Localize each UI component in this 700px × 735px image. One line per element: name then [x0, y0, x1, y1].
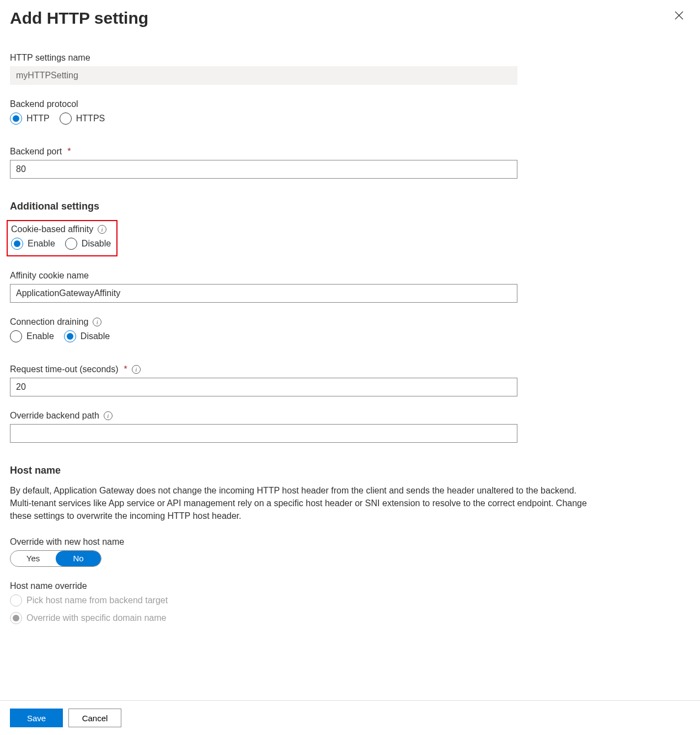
label-text: Connection draining — [10, 317, 88, 327]
backend-port-label: Backend port* — [10, 147, 634, 157]
cookie-affinity-label: Cookie-based affinity i — [11, 224, 111, 234]
radio-icon — [64, 330, 76, 342]
override-new-host-label: Override with new host name — [10, 537, 634, 547]
radio-label: HTTP — [26, 114, 50, 124]
radio-icon — [10, 594, 22, 607]
info-icon[interactable]: i — [132, 365, 141, 374]
host-override-specific-domain-radio: Override with specific domain name — [10, 612, 634, 624]
label-text: Cookie-based affinity — [11, 224, 93, 234]
connection-draining-disable-radio[interactable]: Disable — [64, 330, 110, 342]
required-asterisk: * — [67, 147, 71, 157]
affinity-cookie-name-input[interactable] — [10, 284, 517, 303]
radio-label: Disable — [82, 239, 111, 249]
cookie-affinity-disable-radio[interactable]: Disable — [65, 238, 111, 250]
info-icon[interactable]: i — [93, 318, 101, 326]
radio-icon — [10, 330, 22, 342]
radio-icon — [10, 112, 22, 125]
radio-icon — [65, 238, 77, 250]
label-text: Backend port — [10, 147, 62, 157]
save-button[interactable]: Save — [10, 709, 63, 727]
override-backend-path-input[interactable] — [10, 424, 517, 443]
override-backend-path-label: Override backend path i — [10, 411, 634, 421]
page-title: Add HTTP setting — [10, 9, 148, 28]
radio-label: Enable — [26, 331, 54, 341]
http-settings-name-label: HTTP settings name — [10, 53, 634, 63]
cookie-affinity-highlight: Cookie-based affinity i Enable Disable — [7, 220, 117, 256]
request-timeout-label: Request time-out (seconds)* i — [10, 364, 634, 374]
info-icon[interactable]: i — [98, 225, 106, 234]
radio-label: Override with specific domain name — [26, 613, 166, 623]
connection-draining-enable-radio[interactable]: Enable — [10, 330, 54, 342]
request-timeout-input[interactable] — [10, 378, 517, 396]
radio-label: Pick host name from backend target — [26, 595, 168, 605]
footer-bar: Save Cancel — [0, 700, 700, 735]
label-text: Override backend path — [10, 411, 99, 421]
form-scroll-area[interactable]: HTTP settings name Backend protocol HTTP… — [0, 28, 700, 700]
override-new-host-no[interactable]: No — [56, 551, 101, 566]
radio-label: HTTPS — [76, 114, 105, 124]
cookie-affinity-enable-radio[interactable]: Enable — [11, 238, 55, 250]
host-override-pick-backend-radio: Pick host name from backend target — [10, 594, 634, 607]
cancel-button[interactable]: Cancel — [68, 709, 121, 727]
override-new-host-toggle[interactable]: Yes No — [10, 550, 101, 567]
affinity-cookie-name-label: Affinity cookie name — [10, 271, 634, 281]
additional-settings-heading: Additional settings — [10, 201, 634, 212]
host-name-description: By default, Application Gateway does not… — [10, 484, 600, 523]
radio-label: Enable — [28, 239, 55, 249]
info-icon[interactable]: i — [104, 411, 113, 420]
radio-icon — [11, 238, 23, 250]
host-name-heading: Host name — [10, 465, 634, 476]
backend-protocol-label: Backend protocol — [10, 99, 634, 109]
label-text: Request time-out (seconds) — [10, 364, 119, 374]
host-name-override-label: Host name override — [10, 581, 634, 591]
radio-icon — [10, 612, 22, 624]
close-icon — [675, 11, 683, 20]
required-asterisk: * — [124, 364, 127, 374]
radio-icon — [60, 112, 72, 125]
backend-port-input[interactable] — [10, 160, 517, 179]
http-settings-name-input[interactable] — [10, 66, 517, 85]
backend-protocol-http-radio[interactable]: HTTP — [10, 112, 50, 125]
close-button[interactable] — [671, 8, 687, 23]
connection-draining-label: Connection draining i — [10, 317, 634, 327]
radio-label: Disable — [81, 331, 110, 341]
backend-protocol-https-radio[interactable]: HTTPS — [60, 112, 105, 125]
override-new-host-yes[interactable]: Yes — [10, 551, 56, 566]
